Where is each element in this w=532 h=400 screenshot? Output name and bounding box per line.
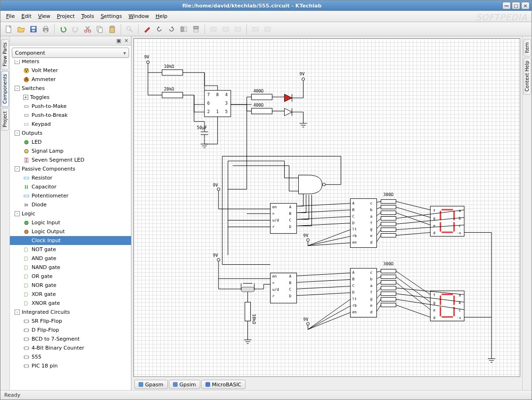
tree-item-bcd-to-7-segment[interactable]: BCD to 7-Segment — [10, 335, 131, 343]
tab-microbasic[interactable]: MicroBASIC — [201, 380, 246, 389]
tree-item-toggles[interactable]: +Toggles — [10, 93, 131, 102]
svg-text:u/d: u/d — [272, 218, 279, 222]
tree-item-label: Passive Components — [22, 166, 75, 172]
paste-icon[interactable] — [106, 24, 118, 35]
component-tree[interactable]: -MetersVVolt MeterAAmmeter-Switches+Togg… — [10, 60, 131, 390]
expand-icon[interactable]: - — [15, 310, 20, 315]
tree-item-integrated-circuits[interactable]: -Integrated Circuits — [10, 308, 131, 317]
minimize-button[interactable]: — — [502, 2, 511, 9]
menu-help[interactable]: Help — [153, 12, 170, 20]
tab-gpasm[interactable]: Gpasm — [134, 380, 168, 389]
tree-item-meters[interactable]: -Meters — [10, 60, 131, 66]
tree-item-xnor-gate[interactable]: XNOR gate — [10, 299, 131, 308]
tree-item-passive-components[interactable]: -Passive Components — [10, 164, 131, 173]
tree-item-push-to-make[interactable]: Push-to-Make — [10, 102, 131, 111]
flip-h-icon[interactable] — [178, 24, 189, 35]
menu-settings[interactable]: Settings — [98, 12, 125, 20]
tree-item-555[interactable]: 555 — [10, 352, 131, 361]
tree-item-clock-input[interactable]: Clock Input — [10, 236, 131, 245]
svg-text:g: g — [370, 228, 372, 232]
svg-text:A: A — [25, 77, 28, 82]
expand-icon[interactable]: + — [23, 95, 28, 100]
tree-item-outputs[interactable]: -Outputs — [10, 129, 131, 138]
draw-pen-icon[interactable] — [141, 24, 153, 35]
circuit-canvas[interactable]: 9V 10kΩ 20kΩ 784 63 215 — [133, 38, 520, 377]
svg-rect-18 — [211, 27, 216, 31]
menu-view[interactable]: View — [35, 12, 53, 20]
tree-item-diode[interactable]: Diode — [10, 200, 131, 209]
tree-item-nand-gate[interactable]: NAND gate — [10, 263, 131, 272]
svg-point-93 — [302, 78, 305, 81]
expand-icon[interactable]: - — [15, 131, 20, 136]
expand-icon[interactable]: - — [15, 60, 20, 64]
menu-tools[interactable]: Tools — [79, 12, 97, 20]
lout-icon — [23, 229, 30, 235]
tree-item-keypad[interactable]: Keypad — [10, 120, 131, 129]
tab-flowparts[interactable]: Flow Parts — [1, 39, 9, 70]
tree-item-capacitor[interactable]: Capacitor — [10, 182, 131, 191]
expand-icon[interactable]: - — [15, 211, 20, 216]
panel-close-icon[interactable]: ✕ — [123, 38, 129, 44]
tab-components[interactable]: Components — [1, 71, 9, 107]
tab-contexthelp[interactable]: Context Help — [523, 57, 531, 95]
tree-item-label: XNOR gate — [32, 300, 60, 306]
seg7-icon — [23, 157, 30, 163]
tree-item-logic-input[interactable]: Logic Input — [10, 218, 131, 227]
tree-item-nor-gate[interactable]: NOR gate — [10, 281, 131, 290]
panel-undock-icon[interactable]: ▣ — [116, 38, 122, 44]
menu-window[interactable]: Window — [126, 12, 152, 20]
expand-icon[interactable]: - — [15, 86, 20, 91]
tree-item-ammeter[interactable]: AAmmeter — [10, 75, 131, 84]
tab-gpsim[interactable]: Gpsim — [169, 380, 200, 389]
right-sidetabs: Item Context Help — [522, 36, 532, 390]
svg-text:4: 4 — [225, 92, 228, 97]
svg-text:C: C — [352, 214, 354, 219]
tree-item-switches[interactable]: -Switches — [10, 84, 131, 93]
new-file-icon[interactable] — [3, 24, 15, 35]
cut-icon[interactable] — [82, 24, 93, 35]
tree-item-logic-output[interactable]: Logic Output — [10, 227, 131, 236]
tree-item-logic[interactable]: -Logic — [10, 209, 131, 218]
rotate-ccw-icon[interactable] — [154, 24, 165, 35]
tree-item-label: OR gate — [32, 273, 53, 279]
tree-item-signal-lamp[interactable]: Signal Lamp — [10, 147, 131, 155]
undo-icon[interactable] — [57, 24, 69, 35]
tool-a-icon — [208, 24, 219, 35]
tree-item-and-gate[interactable]: AND gate — [10, 254, 131, 263]
rotate-cw-icon[interactable] — [166, 24, 177, 35]
svg-rect-180 — [381, 275, 396, 278]
svg-rect-11 — [110, 27, 115, 33]
menu-edit[interactable]: Edit — [18, 12, 34, 20]
tree-item-label: XOR gate — [32, 291, 56, 297]
tree-item-seven-segment-led[interactable]: Seven Segment LED — [10, 155, 131, 164]
open-file-icon[interactable] — [16, 24, 27, 35]
tree-item-volt-meter[interactable]: VVolt Meter — [10, 66, 131, 75]
tab-item[interactable]: Item — [523, 39, 531, 57]
svg-text:400Ω: 400Ω — [254, 103, 264, 107]
print-icon[interactable] — [40, 24, 51, 35]
tree-item-4-bit-binary-counter[interactable]: 4-Bit Binary Counter — [10, 343, 131, 352]
component-filter-combo[interactable]: Component — [12, 48, 129, 58]
tree-item-resistor[interactable]: Resistor — [10, 173, 131, 182]
menu-file[interactable]: File — [3, 12, 17, 20]
tree-item-led[interactable]: LED — [10, 138, 131, 147]
tree-item-sr-flip-flop[interactable]: SR Flip-Flop — [10, 317, 131, 326]
expand-icon[interactable]: - — [15, 166, 20, 171]
tree-item-potentiometer[interactable]: Potentiometer — [10, 191, 131, 200]
tree-item-not-gate[interactable]: NOT gate — [10, 245, 131, 254]
svg-text:A: A — [352, 201, 354, 205]
tree-item-xor-gate[interactable]: XOR gate — [10, 290, 131, 299]
copy-icon[interactable] — [94, 24, 106, 35]
tree-item-pic-18-pin[interactable]: PIC 18 pin — [10, 361, 131, 370]
tree-item-or-gate[interactable]: OR gate — [10, 272, 131, 281]
close-button[interactable]: ✕ — [521, 2, 530, 9]
tree-item-d-flip-flop[interactable]: D Flip-Flop — [10, 326, 131, 335]
flip-v-icon[interactable] — [190, 24, 202, 35]
svg-rect-184 — [381, 297, 396, 301]
maximize-button[interactable]: □ — [512, 2, 520, 9]
menu-project[interactable]: Project — [54, 12, 78, 20]
tree-item-push-to-break[interactable]: Push-to-Break — [10, 111, 131, 120]
save-icon[interactable] — [28, 24, 39, 35]
tab-project[interactable]: Project — [1, 108, 9, 131]
svg-rect-91 — [252, 108, 272, 114]
